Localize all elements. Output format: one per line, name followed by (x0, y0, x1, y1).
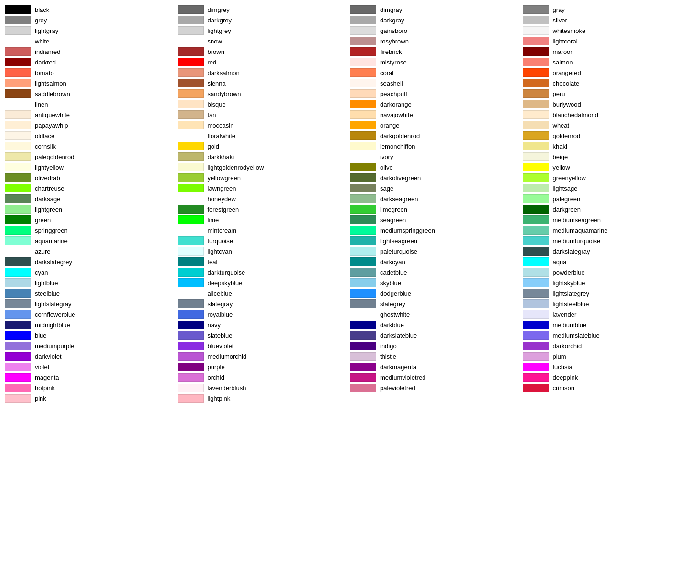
color-swatch (178, 352, 204, 361)
color-swatch (350, 194, 376, 203)
color-row: slategray (178, 299, 350, 309)
color-row: linen (5, 99, 178, 109)
color-name-label: mediumseagreen (553, 216, 601, 224)
color-row: azure (5, 246, 178, 256)
color-swatch (5, 363, 31, 371)
color-name-label: palegreen (553, 195, 581, 203)
color-name-label: oldlace (35, 132, 54, 139)
color-name-label: cyan (35, 269, 48, 276)
color-row: whitesmoke (523, 26, 696, 35)
color-name-label: steelblue (35, 290, 60, 297)
color-swatch (350, 331, 376, 340)
color-row: rosybrown (350, 36, 523, 46)
color-row: ghostwhite (350, 310, 523, 319)
color-row: navajowhite (350, 110, 523, 119)
color-name-label: lime (208, 216, 219, 224)
color-name-label: black (35, 6, 49, 13)
color-row: lightsalmon (5, 78, 178, 88)
color-swatch (523, 352, 549, 361)
color-row: darkviolet (5, 352, 178, 361)
color-name-label: ghostwhite (380, 311, 410, 318)
color-name-label: darkblue (380, 321, 404, 329)
color-row: ivory (350, 152, 523, 161)
color-row: darkseagreen (350, 194, 523, 203)
color-name-label: mintcream (208, 227, 237, 234)
color-name-label: lightgreen (35, 206, 62, 213)
color-swatch (350, 142, 376, 150)
color-swatch (178, 152, 204, 161)
color-name-label: peachpuff (380, 90, 407, 97)
color-swatch (523, 236, 549, 245)
color-swatch (350, 310, 376, 319)
color-swatch (178, 299, 204, 308)
color-name-label: cornflowerblue (35, 311, 75, 318)
color-swatch (523, 194, 549, 203)
color-swatch (5, 5, 31, 14)
color-swatch (5, 142, 31, 150)
color-row: snow (178, 36, 350, 46)
color-row: dimgray (350, 5, 523, 14)
color-swatch (523, 321, 549, 329)
color-name-label: gold (208, 143, 220, 150)
color-swatch (350, 26, 376, 35)
color-row: dimgrey (178, 5, 350, 14)
color-name-label: aliceblue (208, 290, 232, 297)
color-row: darkgray (350, 15, 523, 25)
color-row: indigo (350, 341, 523, 351)
color-swatch (523, 89, 549, 98)
color-name-label: dimgrey (208, 6, 230, 13)
color-name-label: chocolate (553, 80, 580, 87)
color-swatch (350, 342, 376, 350)
color-row: mistyrose (350, 57, 523, 67)
color-swatch (5, 373, 31, 382)
color-name-label: darkolivegreen (380, 174, 421, 182)
color-name-label: lightslategray (35, 300, 72, 308)
color-swatch (178, 131, 204, 140)
color-swatch (178, 268, 204, 277)
color-row: darkmagenta (350, 362, 523, 372)
color-swatch (523, 131, 549, 140)
color-name-label: lightgoldenrodyellow (208, 164, 264, 171)
color-swatch (178, 26, 204, 35)
color-row: sienna (178, 78, 350, 88)
color-row: silver (523, 15, 696, 25)
color-name-label: pink (35, 395, 46, 402)
color-name-label: limegreen (380, 206, 407, 213)
color-name-label: blanchedalmond (553, 111, 598, 118)
color-name-label: olivedrab (35, 174, 60, 182)
color-swatch (178, 47, 204, 56)
color-row: teal (178, 257, 350, 267)
column-0: blackgreylightgraywhiteindianreddarkredt… (5, 5, 178, 403)
color-swatch (178, 89, 204, 98)
color-swatch (523, 289, 549, 298)
color-swatch (523, 363, 549, 371)
color-row: slategrey (350, 299, 523, 309)
color-name-label: sienna (208, 80, 226, 87)
color-name-label: lightpink (208, 395, 231, 402)
color-swatch (350, 121, 376, 129)
color-row: palevioletred (350, 383, 523, 393)
color-swatch (523, 342, 549, 350)
color-swatch (5, 342, 31, 350)
color-swatch (350, 226, 376, 235)
color-name-label: darkturquoise (208, 269, 245, 276)
color-name-label: aquamarine (35, 237, 68, 245)
color-name-label: lawngreen (208, 185, 236, 192)
color-row: darkturquoise (178, 267, 350, 277)
color-swatch (523, 299, 549, 308)
color-row: moccasin (178, 120, 350, 130)
color-swatch (5, 131, 31, 140)
color-swatch (5, 110, 31, 119)
color-swatch (523, 110, 549, 119)
color-swatch (523, 384, 549, 392)
color-swatch (5, 236, 31, 245)
color-swatch (178, 37, 204, 45)
color-row: mediumslateblue (523, 331, 696, 340)
color-swatch (350, 110, 376, 119)
color-swatch (178, 16, 204, 24)
color-swatch (350, 152, 376, 161)
color-swatch (350, 79, 376, 87)
color-swatch (5, 58, 31, 66)
color-name-label: darkgoldenrod (380, 132, 420, 139)
color-row: antiquewhite (5, 110, 178, 119)
